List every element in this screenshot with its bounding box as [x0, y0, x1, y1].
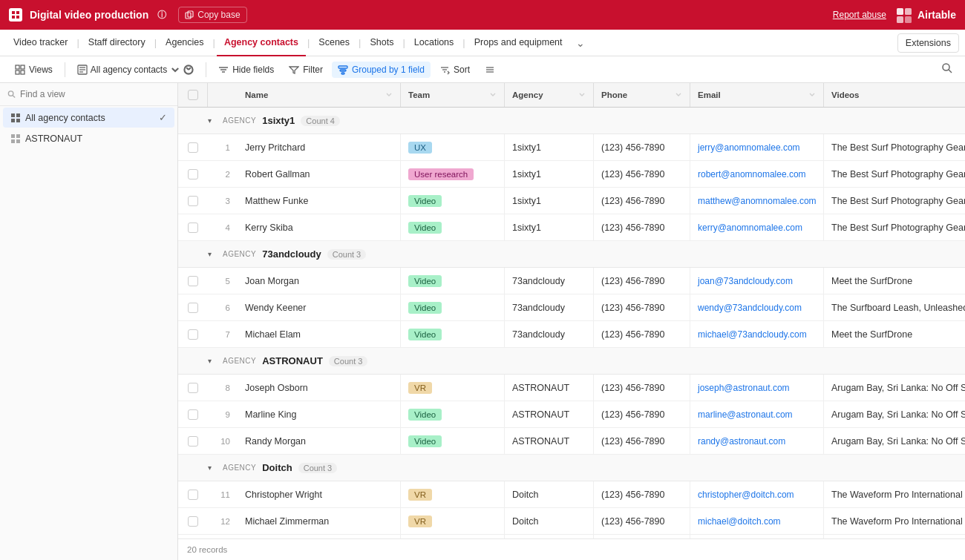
group-chevron-icon[interactable]: ▾	[208, 116, 223, 125]
nav-item-staff-directory[interactable]: Staff directory	[81, 30, 153, 56]
view-name-button[interactable]: All agency contacts	[71, 62, 200, 78]
nav-item-video-tracker[interactable]: Video tracker	[6, 30, 75, 56]
row-number: 11	[208, 490, 238, 499]
header-checkbox[interactable]	[178, 83, 208, 107]
table-row[interactable]: 3 Matthew Funke Video 1sixty1 (123) 456-…	[178, 188, 965, 214]
nav-item-scenes[interactable]: Scenes	[311, 30, 357, 56]
row-checkbox[interactable]	[178, 169, 208, 179]
svg-rect-6	[897, 8, 903, 15]
group-label: AGENCY Doitch Count 3	[223, 462, 965, 473]
email-link[interactable]: jerry@anomnomalee.com	[698, 142, 800, 153]
row-checkbox[interactable]	[178, 196, 208, 206]
nav-item-locations[interactable]: Locations	[407, 30, 462, 56]
email-link[interactable]: michael@doitch.com	[698, 516, 781, 527]
records-count: 20 records	[187, 545, 227, 554]
group-label: AGENCY 73andcloudy Count 3	[223, 248, 965, 260]
report-abuse-link[interactable]: Report abuse	[833, 10, 886, 20]
th-phone[interactable]: Phone	[594, 83, 690, 107]
email-link[interactable]: christopher@doitch.com	[698, 490, 794, 500]
cell-videos: Arugam Bay, Sri Lanka: No Off Season	[824, 428, 965, 454]
cell-videos: The Waveform Pro International 2019	[824, 508, 965, 534]
table-row[interactable]: 6 Wendy Keener Video 73andcloudy (123) 4…	[178, 294, 965, 321]
email-link[interactable]: kerry@anomnomalee.com	[698, 223, 802, 233]
email-link[interactable]: wendy@73andcloudy.com	[698, 303, 802, 313]
cell-email: joan@73andcloudy.com	[690, 268, 824, 294]
phone-sort-icon	[675, 91, 682, 99]
group-chevron-icon[interactable]: ▾	[208, 464, 223, 472]
row-checkbox[interactable]	[178, 383, 208, 393]
email-link[interactable]: marline@astronaut.com	[698, 409, 793, 420]
cell-team: Video	[401, 188, 505, 214]
cell-team: Video	[401, 214, 505, 240]
views-button[interactable]: Views	[9, 62, 59, 78]
row-checkbox[interactable]	[178, 223, 208, 233]
svg-rect-34	[11, 113, 15, 117]
agency-sort-icon	[578, 91, 586, 99]
table-row[interactable]: 1 Jerry Pritchard UX 1sixty1 (123) 456-7…	[178, 134, 965, 161]
sidebar-item-astronaut[interactable]: ASTRONAUT	[3, 129, 174, 148]
extra-button[interactable]	[479, 62, 501, 78]
table-row[interactable]: 7 Michael Elam Video 73andcloudy (123) 4…	[178, 321, 965, 348]
nav-sep-7: |	[461, 37, 466, 48]
sort-button[interactable]: Sort	[434, 62, 476, 78]
filter-button[interactable]: Filter	[283, 62, 329, 78]
cell-agency: 73andcloudy	[505, 294, 594, 320]
search-icon[interactable]	[938, 59, 956, 79]
row-checkbox[interactable]	[178, 436, 208, 447]
cell-videos: The Waveform Pro International 2019	[824, 481, 965, 507]
group-chevron-icon[interactable]: ▾	[208, 357, 223, 365]
extensions-button[interactable]: Extensions	[897, 33, 959, 53]
sidebar-search-input[interactable]	[20, 89, 170, 99]
table-row[interactable]: 4 Kerry Skiba Video 1sixty1 (123) 456-78…	[178, 214, 965, 241]
row-checkbox[interactable]	[178, 329, 208, 340]
row-checkbox[interactable]	[178, 516, 208, 527]
nav-item-agency-contacts[interactable]: Agency contacts	[217, 30, 306, 56]
th-agency[interactable]: Agency	[505, 83, 594, 107]
row-checkbox[interactable]	[178, 490, 208, 500]
email-link[interactable]: michael@73andcloudy.com	[698, 329, 807, 340]
grouped-by-button[interactable]: Grouped by 1 field	[332, 62, 431, 78]
email-link[interactable]: matthew@anomnomalee.com	[698, 196, 817, 206]
nav-item-agencies[interactable]: Agencies	[158, 30, 211, 56]
table-row[interactable]: 5 Joan Morgan Video 73andcloudy (123) 45…	[178, 268, 965, 294]
cell-name: Joan Morgan	[238, 268, 401, 294]
hide-fields-button[interactable]: Hide fields	[212, 62, 280, 78]
email-link[interactable]: randy@astronaut.com	[698, 436, 785, 447]
table-row[interactable]: 2 Robert Gallman User research 1sixty1 (…	[178, 161, 965, 188]
select-all-checkbox[interactable]	[188, 90, 198, 100]
email-sort-icon	[808, 91, 816, 99]
cell-videos: Meet the SurfDrone	[824, 321, 965, 347]
table-row[interactable]: 12 Michael Zimmerman VR Doitch (123) 456…	[178, 508, 965, 535]
sidebar: All agency contacts ✓ ASTRONAUT	[0, 83, 178, 560]
cell-email: michael@doitch.com	[690, 508, 824, 534]
th-videos[interactable]: Videos	[824, 83, 965, 107]
table-row[interactable]: 8 Joseph Osborn VR ASTRONAUT (123) 456-7…	[178, 375, 965, 401]
email-link[interactable]: robert@anomnomalee.com	[698, 169, 806, 179]
email-link[interactable]: joseph@astronaut.com	[698, 383, 790, 393]
row-checkbox[interactable]	[178, 142, 208, 153]
nav-more-button[interactable]: ⌄	[570, 37, 591, 49]
cell-name: Kerry Skiba	[238, 214, 401, 240]
row-checkbox[interactable]	[178, 303, 208, 313]
svg-rect-7	[905, 8, 912, 15]
email-link[interactable]: joan@73andcloudy.com	[698, 276, 793, 286]
th-name[interactable]: Name	[238, 83, 401, 107]
sidebar-item-astronaut-label: ASTRONAUT	[25, 134, 82, 144]
sidebar-item-all-agency-contacts[interactable]: All agency contacts ✓	[3, 108, 174, 128]
nav-item-props-equipment[interactable]: Props and equipment	[467, 30, 570, 56]
nav-item-shots[interactable]: Shots	[362, 30, 401, 56]
th-email[interactable]: Email	[690, 83, 824, 107]
svg-rect-11	[21, 65, 24, 69]
row-number: 8	[208, 383, 238, 392]
group-chevron-icon[interactable]: ▾	[208, 250, 223, 258]
copy-base-button[interactable]: Copy base	[178, 7, 246, 23]
row-checkbox[interactable]	[178, 409, 208, 420]
th-team[interactable]: Team	[401, 83, 505, 107]
row-number: 10	[208, 437, 238, 446]
row-checkbox[interactable]	[178, 276, 208, 286]
info-icon[interactable]: ⓘ	[157, 9, 166, 22]
table-row[interactable]: 11 Christopher Wright VR Doitch (123) 45…	[178, 481, 965, 508]
cell-videos: The Best Surf Photography Gear	[824, 188, 965, 214]
table-row[interactable]: 9 Marline King Video ASTRONAUT (123) 456…	[178, 401, 965, 428]
table-row[interactable]: 10 Randy Morgan Video ASTRONAUT (123) 45…	[178, 428, 965, 455]
